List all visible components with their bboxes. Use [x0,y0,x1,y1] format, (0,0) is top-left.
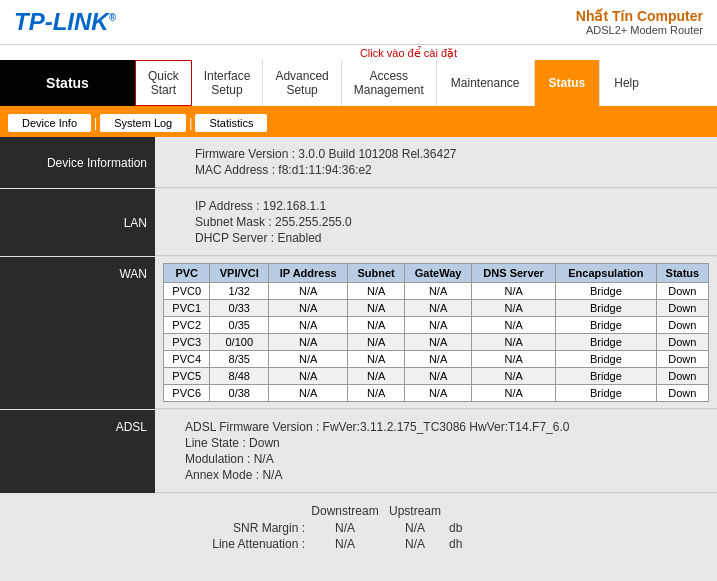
top-nav: Status QuickStart InterfaceSetup Advance… [0,60,717,109]
mac-address: MAC Address : f8:d1:11:94:36:e2 [195,163,697,177]
snr-content: Downstream Upstream SNR Margin : N/A N/A… [155,500,482,557]
wan-table: PVC VPI/VCI IP Address Subnet GateWay DN… [163,263,709,402]
snr-unit: db [449,521,462,535]
tab-separator-1: | [94,116,97,130]
wan-table-row: PVC60/38N/AN/AN/AN/ABridgeDown [164,385,709,402]
device-info-section: Device Information Firmware Version : 3.… [0,137,717,188]
snr-section: Downstream Upstream SNR Margin : N/A N/A… [0,494,717,563]
adsl-sidebar: ADSL [0,410,155,493]
brand-name: Nhất Tín Computer [576,8,703,24]
status-nav-label: Status [0,60,135,106]
tabs-row: Device Info | System Log | Statistics [0,109,717,137]
tab-separator-2: | [189,116,192,130]
adsl-content: ADSL Firmware Version : FwVer:3.11.2.175… [155,410,717,493]
nav-help[interactable]: Help [600,60,653,106]
lan-content: IP Address : 192.168.1.1 Subnet Mask : 2… [155,189,717,256]
wan-section: WAN PVC VPI/VCI IP Address Subnet GateWa… [0,257,717,409]
wan-table-row: PVC20/35N/AN/AN/AN/ABridgeDown [164,317,709,334]
atten-ds-value: N/A [305,537,385,551]
wan-table-row: PVC01/32N/AN/AN/AN/ABridgeDown [164,283,709,300]
adsl-section: ADSL ADSL Firmware Version : FwVer:3.11.… [0,410,717,493]
tab-system-log[interactable]: System Log [100,114,186,132]
wan-content: PVC VPI/VCI IP Address Subnet GateWay DN… [155,257,717,409]
tab-statistics[interactable]: Statistics [195,114,267,132]
lan-sidebar: LAN [0,189,155,256]
ds-us-header: Downstream Upstream [305,504,462,518]
tab-device-info[interactable]: Device Info [8,114,91,132]
device-info-content: Firmware Version : 3.0.0 Build 101208 Re… [155,137,717,188]
wan-col-vpivci: VPI/VCI [210,264,269,283]
snr-us-value: N/A [385,521,445,535]
snr-ds-value: N/A [305,521,385,535]
wan-col-encap: Encapsulation [555,264,656,283]
nav-status[interactable]: Status [535,60,601,106]
adsl-line-state: Line State : Down [185,436,697,450]
wan-sidebar: WAN [0,257,155,409]
wan-table-row: PVC10/33N/AN/AN/AN/ABridgeDown [164,300,709,317]
attenuation-row: Line Attenuation : N/A N/A dh [185,537,462,551]
wan-table-row: PVC58/48N/AN/AN/AN/ABridgeDown [164,368,709,385]
atten-label: Line Attenuation : [185,537,305,551]
click-hint: Click vào để cài đặt [0,45,717,60]
wan-col-dns: DNS Server [472,264,556,283]
content-area: Device Information Firmware Version : 3.… [0,137,717,563]
nav-access-management[interactable]: AccessManagement [342,60,437,106]
wan-table-row: PVC48/35N/AN/AN/AN/ABridgeDown [164,351,709,368]
wan-col-pvc: PVC [164,264,210,283]
logo-reg: ® [109,12,116,23]
snr-row: SNR Margin : N/A N/A db [185,521,462,535]
wan-col-gateway: GateWay [404,264,471,283]
brand-info: Nhất Tín Computer ADSL2+ Modem Router [576,8,703,36]
adsl-annex: Annex Mode : N/A [185,468,697,482]
adsl-firmware: ADSL Firmware Version : FwVer:3.11.2.175… [185,420,697,434]
firmware-version: Firmware Version : 3.0.0 Build 101208 Re… [195,147,697,161]
lan-ip: IP Address : 192.168.1.1 [195,199,697,213]
nav-quick-start[interactable]: QuickStart [135,60,192,106]
wan-table-row: PVC30/100N/AN/AN/AN/ABridgeDown [164,334,709,351]
upstream-label: Upstream [385,504,445,518]
device-info-sidebar: Device Information [0,137,155,188]
wan-col-subnet: Subnet [348,264,404,283]
nav-maintenance[interactable]: Maintenance [437,60,535,106]
lan-subnet: Subnet Mask : 255.255.255.0 [195,215,697,229]
downstream-label: Downstream [305,504,385,518]
atten-unit: dh [449,537,462,551]
nav-advanced-setup[interactable]: AdvancedSetup [263,60,341,106]
adsl-modulation: Modulation : N/A [185,452,697,466]
wan-col-status: Status [656,264,708,283]
snr-label: SNR Margin : [185,521,305,535]
lan-dhcp: DHCP Server : Enabled [195,231,697,245]
brand-sub: ADSL2+ Modem Router [576,24,703,36]
wan-col-ip: IP Address [269,264,348,283]
nav-interface-setup[interactable]: InterfaceSetup [192,60,264,106]
lan-section: LAN IP Address : 192.168.1.1 Subnet Mask… [0,189,717,256]
logo: TP-LINK® [14,8,116,36]
atten-us-value: N/A [385,537,445,551]
